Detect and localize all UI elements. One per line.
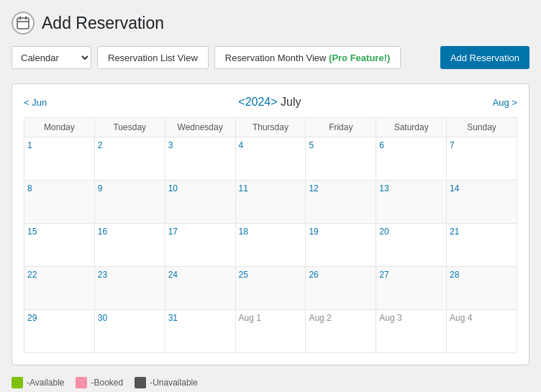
day-number: Aug 4: [450, 313, 514, 323]
calendar-day-cell[interactable]: 25: [235, 267, 306, 310]
calendar-day-cell[interactable]: Aug 1: [235, 310, 306, 353]
legend-item: -Unavailable: [135, 377, 198, 388]
calendar-day-cell[interactable]: 26: [306, 267, 376, 310]
calendar-day-header: Thursday: [235, 118, 306, 137]
calendar-header-row: MondayTuesdayWednesdayThursdayFridaySatu…: [24, 118, 517, 137]
day-number: 30: [98, 313, 162, 323]
legend-item: -Available: [12, 377, 64, 388]
day-number: 10: [168, 183, 232, 193]
calendar-day-header: Sunday: [447, 118, 517, 137]
calendar-week-row: 293031Aug 1Aug 2Aug 3Aug 4: [24, 310, 517, 353]
day-number: Aug 1: [239, 313, 303, 323]
calendar-day-cell[interactable]: 19: [306, 224, 376, 267]
calendar-day-cell[interactable]: 15: [24, 224, 95, 267]
calendar-day-cell[interactable]: 10: [165, 181, 235, 224]
day-number: 6: [379, 140, 443, 150]
calendar-day-cell[interactable]: Aug 4: [447, 310, 517, 353]
calendar-week-row: 22232425262728: [24, 267, 517, 310]
day-number: 17: [168, 227, 232, 237]
calendar-day-cell[interactable]: 21: [447, 224, 517, 267]
calendar-day-cell[interactable]: 23: [94, 267, 165, 310]
calendar-day-cell[interactable]: 24: [165, 267, 235, 310]
calendar-day-cell[interactable]: 14: [447, 181, 517, 224]
calendar-container: < Jun <2024> July Aug > MondayTuesdayWed…: [12, 83, 529, 365]
page-header: Add Reservation: [12, 12, 529, 35]
calendar-day-cell[interactable]: 11: [235, 181, 306, 224]
calendar-week-row: 891011121314: [24, 181, 517, 224]
calendar-day-cell[interactable]: 30: [94, 310, 165, 353]
calendar-day-cell[interactable]: 16: [94, 224, 165, 267]
calendar-day-cell[interactable]: 12: [306, 181, 376, 224]
calendar-day-cell[interactable]: 27: [376, 267, 447, 310]
calendar-day-cell[interactable]: Aug 2: [306, 310, 376, 353]
year-link[interactable]: <2024>: [238, 96, 277, 108]
month-view-label: Reservation Month View: [225, 53, 327, 63]
calendar-day-cell[interactable]: Aug 3: [376, 310, 447, 353]
day-number: 24: [168, 270, 232, 280]
day-number: 2: [98, 140, 162, 150]
prev-month-link[interactable]: < Jun: [24, 97, 47, 108]
calendar-day-cell[interactable]: 13: [376, 181, 447, 224]
day-number: 28: [450, 270, 514, 280]
next-month-link[interactable]: Aug >: [493, 97, 517, 108]
calendar-day-cell[interactable]: 6: [376, 137, 447, 181]
legend-item: -Booked: [76, 377, 123, 388]
calendar-day-cell[interactable]: 2: [94, 137, 165, 181]
day-number: 15: [27, 227, 91, 237]
day-number: 25: [239, 270, 303, 280]
calendar-day-cell[interactable]: 5: [306, 137, 376, 181]
calendar-day-cell[interactable]: 17: [165, 224, 235, 267]
legend-label: -Available: [27, 378, 64, 388]
calendar-day-header: Wednesday: [165, 118, 235, 137]
month-view-button[interactable]: Reservation Month View (Pro Feature!): [214, 46, 401, 69]
calendar-day-cell[interactable]: 1: [24, 137, 95, 181]
day-number: 1: [27, 140, 91, 150]
calendar-day-cell[interactable]: 28: [447, 267, 517, 310]
day-number: 14: [450, 183, 514, 193]
legend-color: [76, 377, 87, 388]
day-number: 31: [168, 313, 232, 323]
day-number: Aug 3: [379, 313, 443, 323]
legend-color: [135, 377, 146, 388]
calendar-day-cell[interactable]: 8: [24, 181, 95, 224]
day-number: 3: [168, 140, 232, 150]
day-number: 18: [239, 227, 303, 237]
calendar-nav: < Jun <2024> July Aug >: [24, 96, 517, 109]
calendar-day-cell[interactable]: 22: [24, 267, 95, 310]
day-number: 23: [98, 270, 162, 280]
month-display: July: [281, 96, 301, 108]
calendar-day-cell[interactable]: 4: [235, 137, 306, 181]
calendar-day-header: Friday: [306, 118, 376, 137]
calendar-day-header: Monday: [24, 118, 95, 137]
day-number: 13: [379, 183, 443, 193]
day-number: 27: [379, 270, 443, 280]
calendar-day-cell[interactable]: 20: [376, 224, 447, 267]
legend-label: -Booked: [91, 378, 123, 388]
day-number: 8: [27, 183, 91, 193]
calendar-day-header: Saturday: [376, 118, 447, 137]
calendar-day-header: Tuesday: [94, 118, 165, 137]
toolbar: Calendar Reservation List View Reservati…: [12, 46, 529, 69]
calendar-day-cell[interactable]: 3: [165, 137, 235, 181]
calendar-day-cell[interactable]: 18: [235, 224, 306, 267]
calendar-day-cell[interactable]: 7: [447, 137, 517, 181]
day-number: 11: [239, 183, 303, 193]
day-number: 19: [309, 227, 373, 237]
add-reservation-button[interactable]: Add Reservation: [440, 46, 529, 69]
list-view-button[interactable]: Reservation List View: [97, 46, 209, 69]
day-number: Aug 2: [309, 313, 373, 323]
day-number: 5: [309, 140, 373, 150]
calendar-day-cell[interactable]: 31: [165, 310, 235, 353]
calendar-title: <2024> July: [238, 96, 301, 109]
day-number: 9: [98, 183, 162, 193]
day-number: 21: [450, 227, 514, 237]
calendar-week-row: 1234567: [24, 137, 517, 181]
calendar-day-cell[interactable]: 29: [24, 310, 95, 353]
day-number: 4: [239, 140, 303, 150]
calendar-day-cell[interactable]: 9: [94, 181, 165, 224]
calendar-week-row: 15161718192021: [24, 224, 517, 267]
pro-label: (Pro Feature!): [329, 53, 390, 63]
view-select[interactable]: Calendar: [12, 46, 91, 69]
page-icon: [12, 12, 35, 35]
day-number: 20: [379, 227, 443, 237]
